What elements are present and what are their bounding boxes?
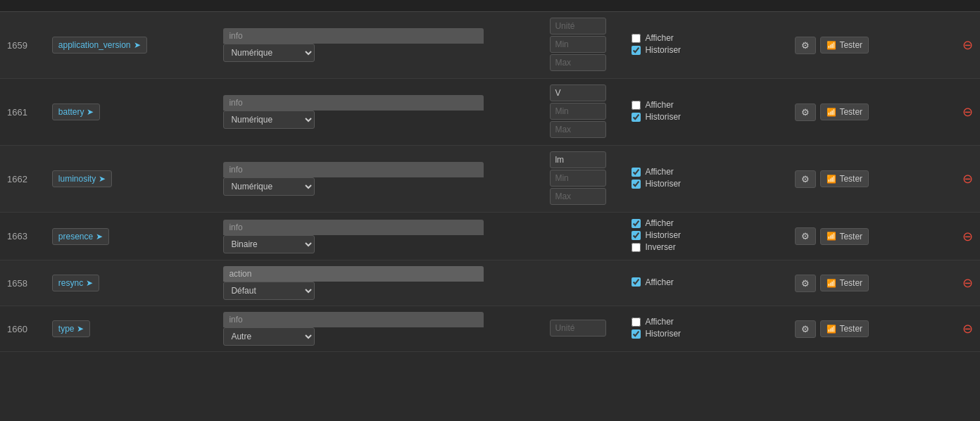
name-tag[interactable]: luminosity➤ [52, 170, 112, 187]
row-remove: ⊖ [951, 260, 980, 306]
remove-button[interactable]: ⊖ [962, 172, 973, 185]
remove-button[interactable]: ⊖ [962, 39, 973, 51]
gear-icon: ⚙ [801, 278, 810, 289]
name-tag[interactable]: application_version➤ [52, 37, 147, 54]
name-tag[interactable]: presence➤ [52, 228, 109, 245]
checkbox-afficher[interactable] [632, 168, 641, 177]
table-row: 1663presence➤infoNumériqueBinaireAutreDé… [0, 213, 980, 260]
gear-button[interactable]: ⚙ [795, 170, 816, 188]
row-id: 1662 [0, 146, 45, 213]
col-header-id [0, 0, 45, 12]
type-label: info [223, 162, 484, 177]
type-label: info [223, 312, 484, 327]
row-type: actionNumériqueBinaireAutreDéfaut [216, 260, 543, 306]
type-select[interactable]: NumériqueBinaireAutreDéfaut [223, 177, 315, 196]
max-input[interactable] [550, 188, 606, 205]
type-select[interactable]: NumériqueBinaireAutreDéfaut [223, 282, 315, 300]
minus-circle-icon: ⊖ [962, 105, 973, 119]
checkbox-inverser[interactable] [632, 243, 641, 252]
row-id: 1659 [0, 12, 45, 79]
row-remove: ⊖ [951, 213, 980, 260]
unite-input[interactable] [550, 84, 606, 101]
row-unite [543, 12, 624, 79]
gear-button[interactable]: ⚙ [795, 37, 816, 54]
min-input[interactable] [550, 170, 606, 187]
label-historiser: Historiser [645, 45, 681, 55]
tester-button[interactable]: 📶Tester [820, 275, 869, 291]
checkbox-historiser[interactable] [632, 180, 641, 189]
tester-button[interactable]: 📶Tester [820, 228, 869, 245]
row-remove: ⊖ [951, 79, 980, 146]
row-action: ⚙📶Tester [788, 306, 951, 352]
tester-button[interactable]: 📶Tester [820, 103, 869, 120]
checkbox-afficher[interactable] [632, 219, 641, 228]
type-select[interactable]: NumériqueBinaireAutreDéfaut [223, 44, 315, 62]
arrow-icon: ➤ [99, 174, 106, 184]
gear-icon: ⚙ [801, 231, 810, 241]
arrow-icon: ➤ [86, 278, 93, 288]
label-afficher: Afficher [645, 33, 673, 43]
gear-icon: ⚙ [801, 107, 810, 118]
remove-button[interactable]: ⊖ [962, 106, 973, 118]
name-text: presence [58, 232, 93, 241]
tester-button[interactable]: 📶Tester [820, 37, 869, 54]
max-input[interactable] [550, 121, 606, 138]
checkbox-afficher[interactable] [632, 34, 641, 43]
arrow-icon: ➤ [87, 107, 94, 117]
name-text: application_version [58, 40, 131, 50]
tester-button[interactable]: 📶Tester [820, 170, 869, 187]
tester-label: Tester [839, 107, 862, 117]
tester-button[interactable]: 📶Tester [820, 320, 869, 337]
row-action: ⚙📶Tester [788, 12, 951, 79]
row-unite [543, 213, 624, 260]
checkbox-historiser[interactable] [632, 329, 641, 339]
row-nom: application_version➤ [45, 12, 217, 79]
row-unite [543, 306, 624, 352]
gear-button[interactable]: ⚙ [795, 103, 816, 121]
label-afficher: Afficher [645, 317, 673, 327]
arrow-icon: ➤ [96, 232, 103, 241]
gear-button[interactable]: ⚙ [795, 275, 816, 292]
row-id: 1660 [0, 306, 45, 352]
minus-circle-icon: ⊖ [962, 38, 973, 52]
type-label: info [223, 28, 484, 44]
checkbox-afficher[interactable] [632, 101, 641, 110]
checkbox-afficher[interactable] [632, 318, 641, 327]
wifi-icon: 📶 [827, 175, 836, 184]
name-text: type [58, 324, 75, 334]
checkbox-historiser[interactable] [632, 231, 641, 240]
type-select[interactable]: NumériqueBinaireAutreDéfaut [223, 111, 315, 129]
remove-button[interactable]: ⊖ [962, 277, 973, 289]
arrow-icon: ➤ [77, 324, 84, 334]
row-nom: presence➤ [45, 213, 217, 260]
type-select[interactable]: NumériqueBinaireAutreDéfaut [223, 327, 315, 346]
wifi-icon: 📶 [827, 325, 836, 334]
row-action: ⚙📶Tester [788, 260, 951, 306]
name-tag[interactable]: resync➤ [52, 275, 99, 291]
max-input[interactable] [550, 54, 606, 71]
unite-input[interactable] [550, 320, 606, 337]
min-input[interactable] [550, 36, 606, 53]
row-nom: resync➤ [45, 260, 217, 306]
checkbox-afficher[interactable] [632, 277, 641, 287]
remove-button[interactable]: ⊖ [962, 230, 973, 243]
name-tag[interactable]: battery➤ [52, 103, 101, 120]
label-historiser: Historiser [645, 230, 681, 240]
type-label: info [223, 220, 484, 235]
type-select[interactable]: NumériqueBinaireAutreDéfaut [223, 235, 315, 253]
unite-input[interactable] [550, 18, 606, 34]
checkbox-historiser[interactable] [632, 113, 641, 122]
col-header-unite [543, 0, 624, 12]
gear-button[interactable]: ⚙ [795, 227, 816, 245]
checkbox-historiser[interactable] [632, 46, 641, 55]
name-tag[interactable]: type➤ [52, 320, 91, 337]
row-remove: ⊖ [951, 12, 980, 79]
remove-button[interactable]: ⊖ [962, 322, 973, 335]
name-text: resync [58, 278, 83, 288]
unite-input[interactable] [550, 151, 606, 168]
min-input[interactable] [550, 103, 606, 120]
row-id: 1663 [0, 213, 45, 260]
row-type: infoNumériqueBinaireAutreDéfaut [216, 12, 543, 79]
gear-button[interactable]: ⚙ [795, 320, 816, 338]
row-params: AfficherHistoriser [624, 146, 788, 213]
